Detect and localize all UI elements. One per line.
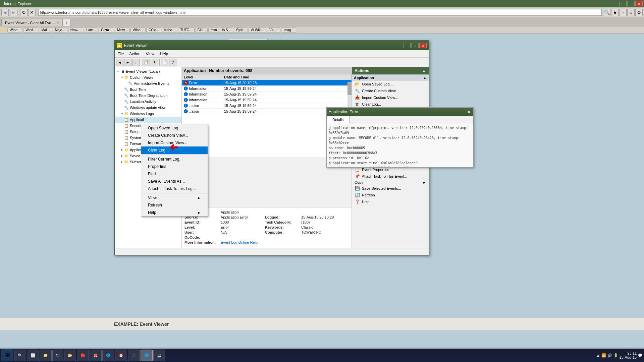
taskbar-clock[interactable]: ⏰ bbox=[115, 350, 127, 361]
browser-maximize[interactable]: □ bbox=[627, 1, 635, 6]
taskbar-file-explorer[interactable]: 📁 bbox=[40, 350, 52, 361]
tools-icon[interactable]: ⚙ bbox=[635, 9, 643, 16]
browser-minimize[interactable]: — bbox=[619, 1, 627, 6]
action-open-saved-log[interactable]: 📂 Open Saved Log... bbox=[352, 81, 429, 87]
nav-back-button[interactable]: ◄ bbox=[1, 9, 9, 16]
ctx-save-all-events[interactable]: Save All Events As... bbox=[141, 178, 208, 185]
nav-forward-button[interactable]: ► bbox=[10, 9, 17, 16]
bookmark-18[interactable]: Viru... bbox=[267, 27, 280, 33]
ev-close-button[interactable]: ✕ bbox=[419, 43, 427, 48]
ctx-properties[interactable]: Properties bbox=[141, 163, 208, 170]
taskbar-security[interactable]: 🛡 bbox=[52, 350, 63, 361]
ctx-create-custom-view[interactable]: Create Custom View... bbox=[141, 132, 208, 139]
bookmark-15[interactable]: Is S... bbox=[220, 27, 233, 33]
action-refresh-event[interactable]: 🔄 Refresh bbox=[352, 192, 429, 198]
ctx-find[interactable]: Find... bbox=[141, 170, 208, 178]
bookmark-3[interactable]: Mal... bbox=[39, 27, 52, 33]
bookmark-12[interactable]: TUTO... bbox=[178, 27, 194, 33]
menu-file[interactable]: File bbox=[115, 51, 126, 57]
action-save-selected[interactable]: 💾 Save Selected Events... bbox=[352, 185, 429, 192]
menu-action[interactable]: Action bbox=[126, 51, 143, 57]
menu-help[interactable]: Help bbox=[157, 51, 171, 57]
tree-item-windowslogs[interactable]: ▼ 📁 Windows Logs bbox=[115, 111, 181, 117]
ev-maximize-button[interactable]: □ bbox=[411, 43, 419, 48]
address-bar[interactable]: http://www.tenforums.com/tutorials/16588… bbox=[38, 9, 602, 16]
bookmark-19[interactable]: Imag... bbox=[281, 27, 296, 33]
taskbar-ie[interactable]: 🌐 bbox=[141, 350, 153, 361]
taskbar-search[interactable]: 🔍 bbox=[14, 350, 26, 361]
error-tab-details[interactable]: Details bbox=[327, 116, 350, 123]
home-icon[interactable]: ⌂ bbox=[619, 9, 627, 16]
ctx-filter-current-log[interactable]: Filter Current Log... bbox=[141, 156, 208, 163]
bookmark-10[interactable]: CCle... bbox=[146, 27, 161, 33]
tray-volume-icon[interactable]: 🔊 bbox=[607, 353, 612, 358]
tree-item-admin[interactable]: 🔧 Administrative Events bbox=[115, 80, 181, 86]
tray-clock[interactable]: 23:11 15-Aug-15 bbox=[620, 351, 637, 359]
tree-item-customviews[interactable]: ▼ 📁 Custom Views bbox=[115, 74, 181, 80]
error-dialog-close-button[interactable]: ✕ bbox=[467, 109, 471, 115]
table-row[interactable]: i Information 15-Aug-15 19:59:24 bbox=[182, 86, 352, 92]
taskbar-media[interactable]: 🎵 bbox=[128, 350, 140, 361]
search-icon[interactable]: 🔍 bbox=[603, 9, 610, 16]
tray-battery-icon[interactable]: 🔋 bbox=[613, 353, 618, 358]
table-row[interactable]: ✕ Error 15-Aug-15 20:10:28 bbox=[182, 80, 352, 86]
toolbar-show-hide[interactable]: 📋 bbox=[143, 59, 150, 66]
tree-item-bootdeg[interactable]: 🔧 Boot Time Degradation bbox=[115, 93, 181, 99]
bookmark-17[interactable]: W Wiki... bbox=[249, 27, 266, 33]
action-import-custom-view[interactable]: 📥 Import Custom View... bbox=[352, 94, 429, 101]
tree-item-location[interactable]: 🔧 Location Activity bbox=[115, 99, 181, 105]
taskbar-folder[interactable]: 📂 bbox=[64, 350, 76, 361]
toolbar-properties[interactable]: ℹ bbox=[151, 59, 158, 66]
table-row[interactable]: i Information 15-Aug-15 19:59:24 bbox=[182, 92, 352, 97]
action-copy[interactable]: Copy ► bbox=[352, 180, 429, 185]
tree-item-root[interactable]: ▼ 🖥 Event Viewer (Local) bbox=[115, 68, 181, 74]
tree-item-boottime[interactable]: 🔧 Boot Time bbox=[115, 86, 181, 93]
table-row[interactable]: i Information 15-Aug-15 19:59:24 bbox=[182, 97, 352, 103]
bookmark-7[interactable]: Gizm... bbox=[99, 27, 114, 33]
taskbar-store[interactable]: 💻 bbox=[153, 350, 165, 361]
action-help-event[interactable]: ❓ Help bbox=[352, 198, 429, 205]
event-log-online-help-link[interactable]: Event Log Online Help bbox=[221, 240, 258, 244]
taskbar-chrome[interactable]: 🌐 bbox=[102, 350, 114, 361]
tree-item-winupdate[interactable]: 🔧 Windows update view bbox=[115, 105, 181, 111]
favorites-icon[interactable]: ☆ bbox=[627, 9, 635, 16]
actions-collapse-icon[interactable]: ▲ bbox=[422, 68, 426, 73]
taskbar-firefox[interactable]: 🦊 bbox=[90, 350, 102, 361]
bookmark-16[interactable]: Syst... bbox=[234, 27, 248, 33]
toolbar-new[interactable]: 📄 bbox=[161, 59, 168, 66]
bookmark-13[interactable]: Clif... bbox=[195, 27, 208, 33]
bookmark-8[interactable]: Malw... bbox=[115, 27, 130, 33]
tray-network-icon[interactable]: 📶 bbox=[601, 353, 606, 358]
bookmark-6[interactable]: Late... bbox=[84, 27, 98, 33]
bookmark-2[interactable]: Wind... bbox=[23, 27, 38, 33]
ctx-attach-task[interactable]: Attach a Task To this Log... bbox=[141, 185, 208, 192]
bookmark-5[interactable]: How-... bbox=[68, 27, 84, 33]
bookmark-4[interactable]: Majo... bbox=[53, 27, 67, 33]
action-clear-log[interactable]: 🗑 Clear Log... bbox=[352, 101, 429, 108]
reload-button[interactable]: ↻ bbox=[20, 9, 28, 16]
tree-item-application[interactable]: 📋 Applicati bbox=[115, 117, 181, 123]
tray-action-center-icon[interactable]: 💬 bbox=[638, 353, 643, 358]
bookmark-9[interactable]: Wind... bbox=[130, 27, 146, 33]
action-create-custom-view[interactable]: 🔧 Create Custom View... bbox=[352, 87, 429, 94]
tab-close-button[interactable]: ✕ bbox=[56, 21, 59, 24]
action-attach-task-event[interactable]: 📌 Attach Task To This Event... bbox=[352, 173, 429, 180]
toolbar-up[interactable]: ↑ bbox=[132, 59, 140, 66]
stop-button[interactable]: ✕ bbox=[28, 9, 36, 16]
bookmark-1[interactable]: Wind... bbox=[7, 27, 22, 33]
toolbar-back[interactable]: ◄ bbox=[116, 59, 123, 66]
ctx-open-saved-log[interactable]: Open Saved Log... bbox=[141, 124, 208, 132]
active-tab[interactable]: Event Viewer - Clear All Eve... ✕ bbox=[1, 19, 63, 26]
toolbar-help[interactable]: ? bbox=[169, 59, 176, 66]
taskbar-app1[interactable]: 🔴 bbox=[77, 350, 89, 361]
toolbar-forward[interactable]: ► bbox=[124, 59, 131, 66]
ev-minimize-button[interactable]: — bbox=[403, 43, 411, 48]
bookmark-11[interactable]: Kabe... bbox=[162, 27, 177, 33]
menu-view[interactable]: View bbox=[143, 51, 157, 57]
start-button[interactable]: ⊞ bbox=[1, 349, 13, 361]
bookmark-14[interactable]: msn bbox=[208, 27, 219, 33]
taskbar-task-view[interactable]: ⬜ bbox=[27, 350, 39, 361]
ctx-view[interactable]: View ► bbox=[141, 194, 208, 201]
app-section-toggle[interactable]: ▲ bbox=[423, 76, 427, 80]
refresh-icon[interactable]: ★ bbox=[611, 9, 619, 16]
